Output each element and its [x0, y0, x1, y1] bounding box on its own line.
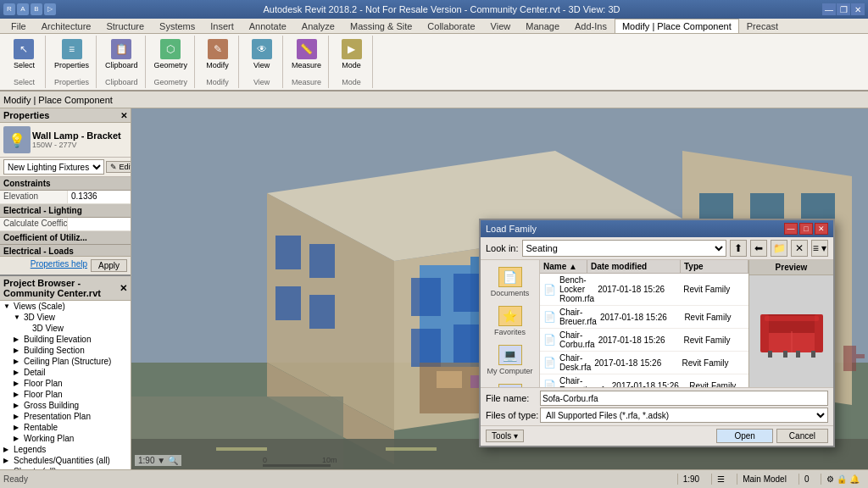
tree-item-working-plan[interactable]: ▶Working Plan [0, 433, 131, 444]
dialog-title: Load Family [486, 224, 537, 234]
dialog-restore-btn[interactable]: □ [799, 223, 813, 235]
restore-button[interactable]: ❐ [837, 3, 850, 15]
view-scale: 1:90 ▼ 🔍 [138, 456, 178, 465]
ribbon-tab-systems[interactable]: Systems [152, 19, 203, 33]
ribbon-tab-insert[interactable]: Insert [203, 19, 242, 33]
tree-item-detail[interactable]: ▶Detail [0, 367, 131, 378]
ribbon-group-clipboard: 📋 Clipboard Clipboard [98, 36, 146, 88]
tree-item-presentation-plan[interactable]: ▶Presentation Plan [0, 411, 131, 422]
prop-edit-type-btn[interactable]: ✎ Edit Type [106, 161, 131, 173]
title-bar: R A B ▷ Autodesk Revit 2018.2 - Not For … [0, 0, 868, 19]
dialog-close-btn[interactable]: ✕ [815, 223, 828, 235]
nav-back-btn[interactable]: ⬅ [750, 240, 767, 257]
ribbon-tab-file[interactable]: File [3, 19, 34, 33]
col-type[interactable]: Type [681, 260, 748, 273]
file-item-bench[interactable]: 📄 Bench-Locker Room.rfa 2017-01-18 15:26… [540, 274, 748, 306]
close-button[interactable]: ✕ [851, 3, 865, 15]
window-controls[interactable]: — ❐ ✕ [822, 3, 865, 15]
preview-area [749, 275, 833, 387]
properties-panel-header: Properties ✕ [0, 108, 131, 123]
ribbon-btn-clipboard[interactable]: 📋 Clipboard [103, 37, 140, 71]
prop-val-elevation[interactable] [68, 191, 131, 203]
prop-type-select: New Lighting Fixtures ✎ Edit Type [0, 158, 131, 177]
ribbon-btn-view[interactable]: 👁 View [250, 37, 274, 71]
minimize-button[interactable]: — [822, 3, 836, 15]
prop-section-electrical-lighting[interactable]: Electrical - Lighting [0, 204, 131, 218]
prop-section-electrical-loads[interactable]: Electrical - Loads [0, 245, 131, 256]
ribbon-tab-architecture[interactable]: Architecture [34, 19, 99, 33]
col-date[interactable]: Date modified [587, 260, 681, 273]
ribbon-tab-analyze[interactable]: Analyze [294, 19, 342, 33]
nav-up-btn[interactable]: ⬆ [730, 240, 747, 257]
ribbon-group-select: ↖ Select Select [3, 36, 46, 88]
ribbon-tab-manage[interactable]: Manage [518, 19, 567, 33]
ribbon-tab-structure[interactable]: Structure [98, 19, 152, 33]
ribbon-btn-modify[interactable]: ✎ Modify [204, 37, 231, 71]
properties-close-btn[interactable]: ✕ [120, 111, 127, 120]
tree-item-legends[interactable]: ▶Legends [0, 444, 131, 455]
properties-panel: Properties ✕ 💡 Wall Lamp - Bracket 150W … [0, 108, 131, 274]
project-browser-close[interactable]: ✕ [120, 283, 127, 294]
file-item-chair-executive[interactable]: 📄 Chair-Executive.rfa 2017-01-18 15:26 R… [540, 374, 748, 387]
svg-rect-29 [275, 286, 301, 320]
tree-item-floor-plan[interactable]: ▶Floor Plan [0, 378, 131, 389]
ribbon-tab-collaborate[interactable]: Collaborate [420, 19, 482, 33]
tree-item-3dview-group[interactable]: ▼3D View [0, 312, 131, 323]
file-item-chair-breuer[interactable]: 📄 Chair-Breuer.rfa 2017-01-18 15:26 Revi… [540, 306, 748, 329]
ribbon-btn-measure[interactable]: 📏 Measure [290, 37, 323, 71]
ribbon-btn-properties[interactable]: ≡ Properties [53, 37, 91, 71]
tree-item-rentable[interactable]: ▶Rentable [0, 422, 131, 433]
svg-rect-21 [411, 329, 441, 367]
prop-type-dropdown[interactable]: New Lighting Fixtures [3, 159, 104, 175]
ribbon-btn-select[interactable]: ↖ Select [12, 37, 36, 71]
cancel-btn[interactable]: Cancel [776, 429, 828, 443]
nav-new-folder-btn[interactable]: 📁 [771, 240, 787, 257]
prop-key-elevation: Elevation [0, 191, 68, 203]
col-name[interactable]: Name ▲ [540, 260, 587, 273]
prop-apply-btn[interactable]: Apply [91, 259, 127, 272]
prop-section-coefficient[interactable]: Coefficient of Utiliz... [0, 231, 131, 245]
nav-view-btn[interactable]: ≡ ▾ [811, 240, 828, 257]
properties-help-link[interactable]: Properties help [31, 259, 87, 272]
svg-rect-36 [216, 447, 267, 451]
tree-item-3dview[interactable]: 3D View [0, 323, 131, 334]
tree-item-building-section[interactable]: ▶Building Section [0, 345, 131, 356]
favorites-icon: ⭐ [498, 306, 522, 326]
main-area: Properties ✕ 💡 Wall Lamp - Bracket 150W … [0, 108, 868, 469]
view-area[interactable]: OSCAD BIM SE 0 10m 1:90 ▼ 🔍 Load Family … [131, 108, 868, 469]
ribbon-tab-add-ins[interactable]: Add-Ins [567, 19, 615, 33]
tree-item-ceiling-plan[interactable]: ▶Ceiling Plan (Structure) [0, 356, 131, 367]
path-select[interactable]: Seating [522, 240, 726, 257]
file-item-chair-corbu[interactable]: 📄 Chair-Corbu.rfa 2017-01-18 15:26 Revit… [540, 329, 748, 352]
ribbon-tab-annotate[interactable]: Annotate [242, 19, 294, 33]
tree-item-gross-building[interactable]: ▶Gross Building [0, 400, 131, 411]
filetype-select[interactable]: All Supported Files (*.rfa, *.adsk) [540, 408, 828, 423]
tree-item-views[interactable]: ▼Views (Scale) [0, 301, 131, 312]
nav-shortcut-documents[interactable]: 📄 Documents [481, 263, 539, 301]
tree-item-building-elevation[interactable]: ▶Building Elevation [0, 334, 131, 345]
tree-item-sheets[interactable]: ▶Sheets (all) [0, 466, 131, 469]
prop-section-constraints[interactable]: Constraints [0, 177, 131, 191]
ribbon-tab-massing-&-site[interactable]: Massing & Site [342, 19, 420, 33]
svg-rect-32 [437, 371, 462, 388]
ribbon-btn-geometry[interactable]: ⬡ Geometry [153, 37, 190, 71]
file-item-chair-desk[interactable]: 📄 Chair-Desk.rfa 2017-01-18 15:26 Revit … [540, 352, 748, 374]
nav-shortcut-my-computer[interactable]: 💻 My Computer [481, 341, 539, 379]
ribbon-tab-precast[interactable]: Precast [739, 19, 786, 33]
app-icon-c: ▷ [44, 3, 56, 15]
nav-shortcut-network[interactable]: 🌐 My Network... [481, 380, 539, 387]
file-icon-chair-desk: 📄 [543, 357, 556, 369]
ribbon-btn-mode[interactable]: ▶ Mode [340, 37, 364, 71]
svg-rect-28 [309, 244, 335, 278]
tree-item-schedules[interactable]: ▶Schedules/Quantities (all) [0, 455, 131, 466]
nav-shortcut-favorites[interactable]: ⭐ Favorites [481, 302, 539, 340]
dialog-toolbar: Look in: Seating ⬆ ⬅ 📁 ✕ ≡ ▾ [481, 237, 833, 260]
open-btn[interactable]: Open [716, 429, 772, 443]
ribbon-tab-view[interactable]: View [483, 19, 519, 33]
ribbon-tab-modify---place-component[interactable]: Modify | Place Component [615, 19, 739, 33]
tools-btn[interactable]: Tools ▾ [486, 430, 524, 442]
dialog-minimize-btn[interactable]: — [784, 223, 798, 235]
nav-delete-btn[interactable]: ✕ [791, 240, 808, 257]
tree-item-floor-plan-2[interactable]: ▶Floor Plan [0, 389, 131, 400]
filename-input[interactable] [540, 391, 828, 406]
